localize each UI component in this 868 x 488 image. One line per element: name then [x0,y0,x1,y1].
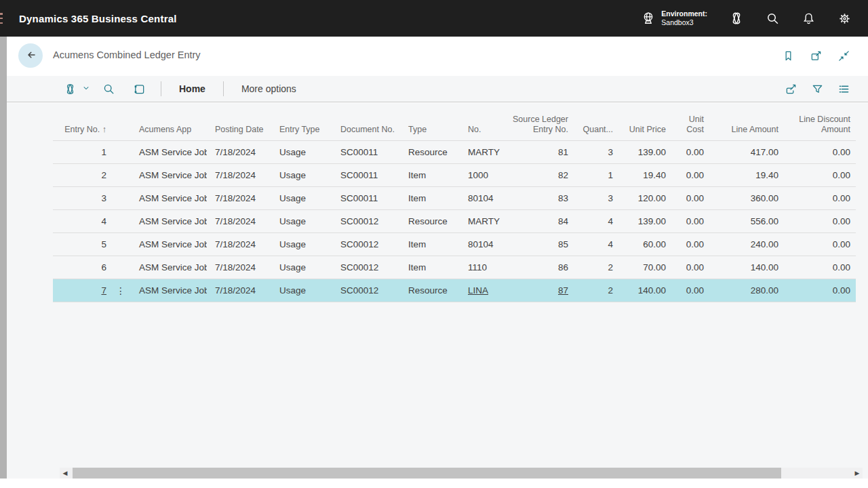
cell-type[interactable]: Item [400,193,460,203]
menu-icon[interactable] [0,13,3,24]
cell-type[interactable]: Resource [400,285,460,296]
cell-source_ledger_entry_no[interactable]: 81 [509,147,572,157]
cell-document_no[interactable]: SC00011 [332,193,400,203]
column-header-entry_type[interactable]: Entry Type [271,125,332,136]
cell-line_amount[interactable]: 417.00 [708,147,783,157]
list-view-button[interactable] [835,80,853,98]
cell-type[interactable]: Item [400,239,460,249]
cell-line_discount_amount[interactable]: 0.00 [783,216,854,226]
cell-entry_type[interactable]: Usage [271,262,332,272]
cell-entry_type[interactable]: Usage [271,193,332,203]
cell-line_amount[interactable]: 280.00 [708,285,783,296]
cell-line_discount_amount[interactable]: 0.00 [783,239,854,249]
cell-entry_no[interactable]: 5 [53,239,111,249]
column-header-quantity[interactable]: Quant... [572,125,617,136]
cell-line_amount[interactable]: 19.40 [708,170,783,180]
cell-posting_date[interactable]: 7/18/2024 [207,239,271,249]
cell-acumens_app[interactable]: ASM Service Job [131,147,207,157]
cell-acumens_app[interactable]: ASM Service Job [131,170,207,180]
column-header-document_no[interactable]: Document No. [332,125,400,136]
cell-unit_price[interactable]: 140.00 [617,285,670,296]
cell-document_no[interactable]: SC00012 [332,262,400,272]
cell-source_ledger_entry_no[interactable]: 83 [509,193,572,203]
cell-acumens_app[interactable]: ASM Service Job [131,193,207,203]
open-in-window-button[interactable] [807,47,825,65]
cell-source_ledger_entry_no[interactable]: 84 [509,216,572,226]
scroll-left-arrow[interactable]: ◀ [60,468,71,479]
cell-quantity[interactable]: 3 [572,193,617,203]
column-header-unit_cost[interactable]: Unit Cost [670,115,708,136]
cell-type[interactable]: Resource [400,147,460,157]
cell-quantity[interactable]: 1 [572,170,617,180]
cell-document_no[interactable]: SC00012 [332,285,400,296]
cell-posting_date[interactable]: 7/18/2024 [207,216,271,226]
table-row[interactable]: 4ASM Service Job7/18/2024UsageSC00012Res… [53,210,856,233]
cell-entry_no[interactable]: 1 [53,147,111,157]
cell-entry_no[interactable]: 7 [53,285,111,296]
cell-unit_cost[interactable]: 0.00 [670,285,708,296]
bookmark-button[interactable] [779,47,797,65]
cell-unit_price[interactable]: 60.00 [617,239,670,249]
cell-no[interactable]: 1000 [460,170,509,180]
scrollbar-thumb[interactable] [73,468,781,479]
environment-button[interactable]: Environment: Sandbox3 [633,0,715,37]
column-header-line_discount_amount[interactable]: Line Discount Amount [783,115,854,136]
back-button[interactable] [18,43,43,68]
cell-posting_date[interactable]: 7/18/2024 [207,262,271,272]
cell-unit_price[interactable]: 70.00 [617,262,670,272]
cell-line_amount[interactable]: 360.00 [708,193,783,203]
cell-line_discount_amount[interactable]: 0.00 [783,147,854,157]
table-row[interactable]: 6ASM Service Job7/18/2024UsageSC00012Ite… [53,256,856,279]
cell-no[interactable]: MARTY [460,147,509,157]
cell-quantity[interactable]: 2 [572,262,617,272]
cell-type[interactable]: Resource [400,216,460,226]
row-menu-icon[interactable]: ⋮ [111,285,131,296]
cell-unit_price[interactable]: 139.00 [617,147,670,157]
cell-unit_price[interactable]: 19.40 [617,170,670,180]
cell-posting_date[interactable]: 7/18/2024 [207,193,271,203]
cell-entry_no[interactable]: 3 [53,193,111,203]
cell-quantity[interactable]: 4 [572,239,617,249]
collapse-button[interactable] [835,47,853,65]
cell-no[interactable]: LINA [460,285,509,296]
app-title[interactable]: Dynamics 365 Business Central [19,13,177,24]
cell-document_no[interactable]: SC00011 [332,147,400,157]
notifications-button[interactable] [793,0,824,37]
cell-entry_no[interactable]: 4 [53,216,111,226]
table-row[interactable]: 3ASM Service Job7/18/2024UsageSC00011Ite… [53,187,856,210]
column-header-no[interactable]: No. [460,125,509,136]
cell-entry_no[interactable]: 2 [53,170,111,180]
cell-entry_type[interactable]: Usage [271,216,332,226]
cell-line_discount_amount[interactable]: 0.00 [783,262,854,272]
cell-posting_date[interactable]: 7/18/2024 [207,147,271,157]
cell-line_discount_amount[interactable]: 0.00 [783,285,854,296]
table-row[interactable]: 1ASM Service Job7/18/2024UsageSC00011Res… [53,141,856,164]
share-button[interactable] [782,80,800,98]
scroll-right-arrow[interactable]: ▶ [852,468,863,479]
table-row[interactable]: 2ASM Service Job7/18/2024UsageSC00011Ite… [53,164,856,187]
list-search-button[interactable] [100,80,118,98]
cell-posting_date[interactable]: 7/18/2024 [207,285,271,296]
cell-type[interactable]: Item [400,170,460,180]
cell-acumens_app[interactable]: ASM Service Job [131,285,207,296]
cell-posting_date[interactable]: 7/18/2024 [207,170,271,180]
table-row[interactable]: 7⋮ASM Service Job7/18/2024UsageSC00012Re… [53,279,856,302]
cell-source_ledger_entry_no[interactable]: 86 [509,262,572,272]
cell-entry_type[interactable]: Usage [271,170,332,180]
global-search-button[interactable] [757,0,788,37]
cell-source_ledger_entry_no[interactable]: 87 [509,285,572,296]
cell-unit_price[interactable]: 139.00 [617,216,670,226]
column-header-line_amount[interactable]: Line Amount [708,125,783,136]
cell-acumens_app[interactable]: ASM Service Job [131,216,207,226]
filter-button[interactable] [808,80,827,98]
cell-unit_cost[interactable]: 0.00 [670,170,708,180]
cell-quantity[interactable]: 2 [572,285,617,296]
cell-entry_type[interactable]: Usage [271,239,332,249]
cell-unit_cost[interactable]: 0.00 [670,262,708,272]
cell-entry_no[interactable]: 6 [53,262,111,272]
cell-line_amount[interactable]: 556.00 [708,216,783,226]
cell-unit_cost[interactable]: 0.00 [670,239,708,249]
cell-no[interactable]: 1110 [460,262,509,272]
scrollbar-track[interactable] [71,468,852,479]
cell-document_no[interactable]: SC00012 [332,216,400,226]
